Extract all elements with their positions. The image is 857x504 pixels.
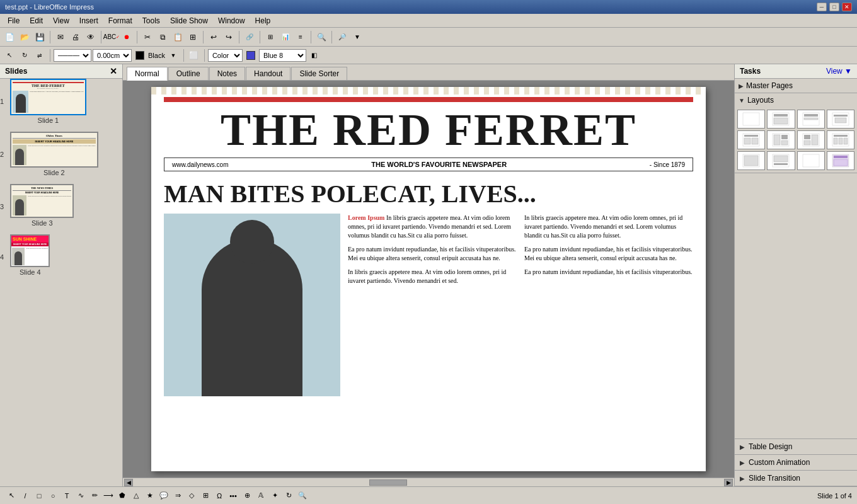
menu-file[interactable]: File xyxy=(3,15,25,26)
preview-btn[interactable]: 👁 xyxy=(84,30,98,44)
open-btn[interactable]: 📂 xyxy=(18,30,32,44)
zoom-dropdown-btn[interactable]: ▼ xyxy=(350,30,364,44)
record-btn[interactable]: ⏺ xyxy=(120,30,134,44)
scrollbar-horizontal[interactable]: ◀ ▶ xyxy=(123,478,734,486)
minimize-btn[interactable]: ─ xyxy=(817,3,827,11)
arrow-btn[interactable]: ↖ xyxy=(3,49,16,62)
copy-btn[interactable]: ⧉ xyxy=(156,30,170,44)
menu-view[interactable]: View xyxy=(48,15,74,26)
tab-handout[interactable]: Handout xyxy=(246,67,290,80)
block-arrows-tool[interactable]: ⇒ xyxy=(171,490,184,502)
arrow-tool[interactable]: ↖ xyxy=(5,490,18,502)
tab-notes[interactable]: Notes xyxy=(209,67,245,80)
line-color-dropdown[interactable]: ▼ xyxy=(166,49,180,62)
flip-btn[interactable]: ⇌ xyxy=(33,49,47,62)
shadow-btn[interactable]: ◧ xyxy=(308,49,321,62)
rotate-tool-status[interactable]: ↻ xyxy=(282,490,295,502)
tasks-view-btn[interactable]: View ▼ xyxy=(826,67,852,76)
slides-panel-close[interactable]: ✕ xyxy=(110,66,117,76)
layout-10[interactable] xyxy=(767,151,795,170)
ellipse-tool[interactable]: ○ xyxy=(47,490,59,502)
layout-two-content[interactable] xyxy=(737,130,765,149)
fill-color-select[interactable]: Blue 8 Red Green xyxy=(259,49,306,62)
layout-title-content[interactable] xyxy=(767,110,795,129)
rect-tool[interactable]: □ xyxy=(33,490,45,502)
slide-transition-action[interactable]: ▶ Slide Transition xyxy=(735,471,857,486)
slide-preview-3[interactable]: THE NEWS TIMES INSERT YOUR HEADLINE HERE… xyxy=(10,184,74,218)
maximize-btn[interactable]: □ xyxy=(829,3,839,11)
text-tool[interactable]: T xyxy=(60,490,73,502)
redo-btn[interactable]: ↪ xyxy=(222,30,236,44)
find-btn[interactable]: 🔍 xyxy=(314,30,328,44)
zoom-tool-status[interactable]: 🔍 xyxy=(296,490,309,502)
fill-type-select[interactable]: Color None Gradient xyxy=(208,49,243,62)
table-design-action[interactable]: ▶ Table Design xyxy=(735,439,857,455)
menu-tools[interactable]: Tools xyxy=(137,15,165,26)
menu-format[interactable]: Format xyxy=(103,15,137,26)
custom-animation-action[interactable]: ▶ Custom Animation xyxy=(735,455,857,471)
freehand-tool[interactable]: ✏ xyxy=(88,490,101,502)
symbol-tool[interactable]: Ω xyxy=(213,490,226,502)
scroll-left-btn[interactable]: ◀ xyxy=(124,479,133,486)
slide-canvas-wrapper[interactable]: THE RED FERRET www.dailynews.com THE WOR… xyxy=(123,81,734,478)
menu-slideshow[interactable]: Slide Show xyxy=(165,15,213,26)
clone-btn[interactable]: ⊞ xyxy=(186,30,200,44)
rotate-btn[interactable]: ↻ xyxy=(18,49,32,62)
master-pages-header[interactable]: ▶ Master Pages xyxy=(735,79,857,93)
legend-tool[interactable]: ⊞ xyxy=(199,490,212,502)
layout-title-only[interactable] xyxy=(797,110,825,129)
line-style-select[interactable]: ────── xyxy=(54,49,91,62)
flowchart-tool[interactable]: ◇ xyxy=(185,490,198,502)
chart-btn[interactable]: 📊 xyxy=(279,30,292,44)
effects-tool[interactable]: ✦ xyxy=(268,490,281,502)
line-tool[interactable]: / xyxy=(19,490,32,502)
save-btn[interactable]: 💾 xyxy=(33,30,47,44)
scroll-right-btn[interactable]: ▶ xyxy=(724,479,733,486)
zoom-btn[interactable]: 🔎 xyxy=(335,30,349,44)
scroll-track-h[interactable] xyxy=(133,479,724,486)
triangle-tool[interactable]: △ xyxy=(130,490,142,502)
paste-btn[interactable]: 📋 xyxy=(171,30,185,44)
layout-blank[interactable] xyxy=(737,110,765,129)
cut-btn[interactable]: ✂ xyxy=(141,30,154,44)
slide-preview-1[interactable]: THE RED FERRET MAN BITES POLECAT, LIVES.… xyxy=(10,79,86,115)
tab-normal[interactable]: Normal xyxy=(127,67,168,81)
layout-7[interactable] xyxy=(797,130,825,149)
fill-toggle-btn[interactable]: ⬜ xyxy=(187,49,201,62)
scroll-thumb-h[interactable] xyxy=(369,479,407,486)
print-btn[interactable]: 🖨 xyxy=(69,30,83,44)
email-btn[interactable]: ✉ xyxy=(54,30,67,44)
gluepoints-tool[interactable]: ⊕ xyxy=(241,490,253,502)
tab-outline[interactable]: Outline xyxy=(168,67,209,80)
tab-slidesorter[interactable]: Slide Sorter xyxy=(291,67,347,80)
menu-help[interactable]: Help xyxy=(250,15,276,26)
menu-edit[interactable]: Edit xyxy=(25,15,48,26)
slide-preview-4[interactable]: SUN SHINE INSERT YOUR HEADLINE HERE Lore… xyxy=(10,234,50,267)
table-design-arrow: ▶ xyxy=(740,444,745,450)
layout-12[interactable] xyxy=(827,151,854,170)
bullets-btn[interactable]: ≡ xyxy=(294,30,308,44)
callout-tool[interactable]: 💬 xyxy=(158,490,170,502)
spellcheck-btn[interactable]: ABC✓ xyxy=(105,30,118,44)
layout-6[interactable] xyxy=(767,130,795,149)
menu-insert[interactable]: Insert xyxy=(74,15,103,26)
layouts-header[interactable]: ▼ Layouts xyxy=(735,93,857,107)
bezier-tool[interactable]: ∿ xyxy=(74,490,87,502)
table-btn[interactable]: ⊞ xyxy=(263,30,277,44)
new-btn[interactable]: 📄 xyxy=(3,30,16,44)
hyperlink-btn[interactable]: 🔗 xyxy=(243,30,256,44)
layout-11[interactable] xyxy=(797,151,825,170)
close-btn[interactable]: ✕ xyxy=(842,3,852,11)
layout-centered[interactable] xyxy=(827,110,854,129)
undo-btn[interactable]: ↩ xyxy=(207,30,221,44)
fontwork-tool[interactable]: 𝔸 xyxy=(255,490,267,502)
line-width-select[interactable]: 0.00cm xyxy=(93,49,132,62)
connector-tool[interactable]: ⟶ xyxy=(102,490,115,502)
slide-preview-2[interactable]: Olden Times INSERT YOUR HEADLINE HERE Lo… xyxy=(10,132,98,168)
menu-window[interactable]: Window xyxy=(213,15,250,26)
points-tool[interactable]: ••• xyxy=(227,490,239,502)
star-tool[interactable]: ★ xyxy=(144,490,156,502)
layout-8[interactable] xyxy=(827,130,854,149)
polygon-tool[interactable]: ⬟ xyxy=(116,490,129,502)
layout-9[interactable] xyxy=(737,151,765,170)
